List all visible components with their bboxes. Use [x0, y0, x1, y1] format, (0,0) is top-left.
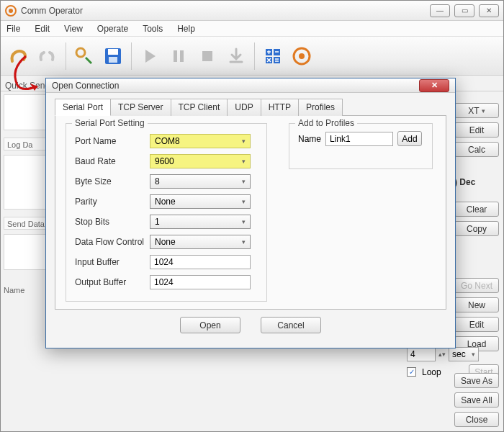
titlebar: Comm Operator — ▭ ✕: [1, 1, 503, 21]
open-button[interactable]: Open: [180, 317, 240, 333]
serial-port-fieldset: Serial Port Setting Port Name COM8▾ Baud…: [66, 123, 267, 302]
menu-tools[interactable]: Tools: [143, 24, 163, 34]
tab-profiles[interactable]: Profiles: [298, 99, 343, 116]
port-name-select[interactable]: COM8▾: [150, 134, 251, 148]
dialog-title: Open Connection: [52, 81, 119, 91]
output-buffer-field[interactable]: 1024: [150, 275, 251, 289]
maximize-button[interactable]: ▭: [454, 4, 474, 17]
right-button-column: XT ▾ Edit Calc ) Dec Clear Copy Go Next …: [454, 103, 499, 351]
dialog-close-button[interactable]: ✕: [419, 79, 449, 92]
parity-label: Parity: [75, 197, 150, 207]
byte-size-label: Byte Size: [75, 176, 150, 186]
app-icon: [5, 5, 17, 17]
stop-bits-label: Stop Bits: [75, 217, 150, 227]
menubar: File Edit View Operate Tools Help: [1, 21, 503, 37]
profiles-legend: Add to Profiles: [295, 118, 357, 128]
saveas-button[interactable]: Save As: [454, 373, 499, 388]
name-column-header: Name: [4, 286, 24, 294]
stop-bits-select[interactable]: 1▾: [150, 215, 251, 229]
profile-name-label: Name: [298, 134, 321, 144]
tab-tcp-client[interactable]: TCP Client: [171, 99, 228, 116]
toolbar: [1, 37, 503, 76]
open-connection-dialog: Open Connection ✕ Serial Port TCP Server…: [45, 78, 456, 348]
target-icon[interactable]: [289, 44, 314, 68]
flow-control-select[interactable]: None▾: [150, 235, 251, 249]
svg-rect-2: [108, 49, 118, 55]
svg-rect-6: [202, 51, 212, 61]
menu-help[interactable]: Help: [177, 24, 195, 34]
profile-add-button[interactable]: Add: [397, 131, 422, 146]
window-controls: — ▭ ✕: [430, 4, 499, 17]
close-main-button[interactable]: Close: [454, 412, 499, 427]
svg-point-12: [299, 53, 305, 59]
edit2-button[interactable]: Edit: [454, 317, 499, 332]
port-name-label: Port Name: [75, 136, 150, 146]
tab-tcp-server[interactable]: TCP Server: [110, 99, 171, 116]
copy-button[interactable]: Copy: [454, 221, 499, 236]
add-to-profiles-fieldset: Add to Profiles Name Link1 Add: [289, 123, 433, 169]
menu-view[interactable]: View: [64, 24, 83, 34]
connect-icon[interactable]: [6, 44, 31, 68]
app-title: Comm Operator: [21, 6, 83, 16]
dialog-buttons: Open Cancel: [55, 310, 446, 339]
disconnect-icon[interactable]: [35, 44, 60, 68]
profile-name-field[interactable]: Link1: [325, 132, 393, 146]
svg-rect-4: [174, 50, 177, 62]
toolbar-separator: [131, 42, 132, 70]
dialog-tabs: Serial Port TCP Server TCP Client UDP HT…: [55, 99, 446, 116]
svg-rect-5: [180, 50, 184, 62]
close-button[interactable]: ✕: [479, 4, 499, 17]
dialog-titlebar: Open Connection ✕: [46, 78, 455, 93]
download-icon[interactable]: [224, 44, 248, 68]
tab-http[interactable]: HTTP: [261, 99, 299, 116]
output-buffer-label: Output Buffer: [75, 277, 150, 287]
loop-label: Loop: [422, 367, 441, 377]
minimize-button[interactable]: —: [430, 4, 450, 17]
input-buffer-label: Input Buffer: [75, 257, 150, 267]
svg-rect-10: [274, 57, 280, 63]
svg-rect-3: [109, 57, 117, 63]
edit-button[interactable]: Edit: [454, 122, 499, 138]
svg-point-0: [76, 48, 85, 57]
pause-icon[interactable]: [166, 44, 191, 68]
saveall-button[interactable]: Save All: [454, 392, 499, 408]
menu-file[interactable]: File: [6, 24, 20, 34]
loop-checkbox[interactable]: ✓: [407, 367, 416, 377]
dec-label: ) Dec: [454, 177, 499, 187]
menu-edit[interactable]: Edit: [35, 24, 50, 34]
parity-select[interactable]: None▾: [150, 194, 251, 209]
menu-operate[interactable]: Operate: [97, 24, 128, 34]
calc-button[interactable]: Calc: [454, 142, 499, 157]
tab-udp[interactable]: UDP: [227, 99, 261, 116]
tab-serial-port[interactable]: Serial Port: [55, 99, 111, 116]
toolbar-separator: [254, 42, 255, 70]
tab-page: Serial Port Setting Port Name COM8▾ Baud…: [55, 115, 446, 310]
baud-rate-label: Baud Rate: [75, 156, 150, 166]
play-icon[interactable]: [138, 44, 162, 68]
stop-icon[interactable]: [195, 44, 220, 68]
toolbar-separator: [66, 42, 66, 70]
calculator-icon[interactable]: [261, 44, 285, 68]
flow-control-label: Data Flow Control: [75, 237, 150, 247]
input-buffer-field[interactable]: 1024: [150, 255, 251, 269]
fieldset-legend: Serial Port Setting: [72, 118, 148, 128]
clear-button[interactable]: Clear: [454, 202, 499, 217]
baud-rate-select[interactable]: 9600▾: [150, 154, 251, 168]
xt-dropdown[interactable]: XT ▾: [454, 103, 499, 118]
cancel-button[interactable]: Cancel: [261, 317, 321, 333]
new-button[interactable]: New: [454, 297, 499, 312]
interval-value[interactable]: 4: [407, 347, 436, 361]
link-run-icon[interactable]: [72, 44, 96, 68]
bottom-buttons: Save As Save All Close: [454, 373, 499, 427]
byte-size-select[interactable]: 8▾: [150, 174, 251, 189]
interval-unit[interactable]: sec▾: [449, 347, 479, 361]
save-icon[interactable]: [101, 44, 125, 68]
gonext-button[interactable]: Go Next: [454, 278, 499, 293]
